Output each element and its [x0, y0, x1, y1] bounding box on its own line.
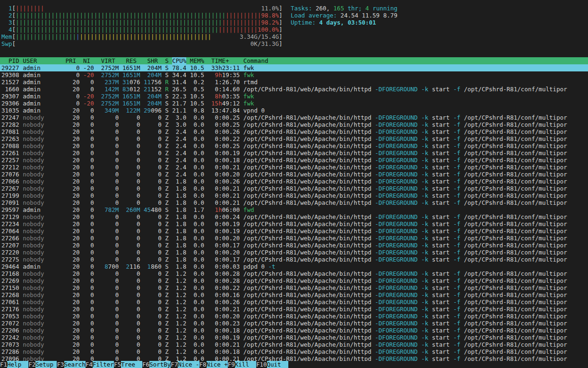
pid-cell: 27207 [1, 242, 19, 249]
swap-meter-label: Swp [1, 40, 12, 47]
fnkey-f4-filter[interactable]: F4Filter [86, 361, 114, 368]
pid-cell: 27268 [1, 291, 19, 298]
process-row-27168[interactable]: 27168 nobody 20 0 0 0 0 Z 1.2 0.0 0:00.2… [0, 270, 588, 277]
user-cell: nobody [19, 228, 55, 235]
process-row-27076[interactable]: 27076 nobody 20 0 0 0 0 Z 2.4 0.0 0:00.2… [0, 171, 588, 178]
process-row-27286[interactable]: 27286 nobody 20 0 0 0 0 Z 1.2 0.0 0:00.1… [0, 348, 588, 355]
pri-cell: 20 [55, 235, 80, 242]
uptime: Uptime: 4 days, 03:50:01 [289, 19, 398, 26]
fnkey-f6-sortby[interactable]: F6SortBy [142, 361, 171, 368]
state-cell: S [162, 93, 169, 100]
mem-percent-cell: 10.5 [186, 100, 204, 107]
fnkey-f9-kill[interactable]: F9Kill [228, 361, 256, 368]
process-row-27234[interactable]: 27234 nobody 20 0 0 0 0 Z 1.8 0.0 0:00.1… [0, 220, 588, 228]
process-row-29597[interactable]: 29597 admin 20 0 782M 260M 45480 S 1.8 1… [0, 206, 588, 213]
fnkey-f1-help[interactable]: F1Help [0, 361, 28, 368]
state-cell: Z [162, 291, 169, 298]
process-row-31035[interactable]: 31035 admin 20 0 349M 122M 29096 S 21.1 … [0, 107, 588, 114]
process-row-27212[interactable]: 27212 nobody 20 0 0 0 0 Z 2.4 0.0 0:00.2… [0, 164, 588, 171]
htop-terminal: 1[|||||||| 11.0%] 2[||||||||||||||||||||… [0, 0, 588, 368]
process-row-27282[interactable]: 27282 nobody 20 0 0 0 0 Z 3.0 0.0 0:00.2… [0, 121, 588, 128]
process-row-27081[interactable]: 27081 nobody 20 0 0 0 0 Z 2.4 0.0 0:00.2… [0, 128, 588, 135]
process-row-29306[interactable]: 29306 admin 0 -20 2752M 1651M 204M S 21.… [0, 100, 588, 107]
user-cell: nobody [19, 348, 55, 355]
process-row-27266[interactable]: 27266 nobody 20 0 0 0 0 Z 1.8 0.0 0:00.2… [0, 235, 588, 242]
fnkey-f10-quit[interactable]: F10Quit [256, 361, 288, 368]
nice-cell: 0 [80, 334, 94, 341]
mem-percent-cell: 0.0 [186, 327, 204, 334]
process-row-27247[interactable]: 27247 nobody 20 0 0 0 0 Z 3.0 0.0 0:00.2… [0, 114, 588, 121]
user-cell: nobody [19, 149, 55, 157]
mem-percent-cell: 1.7 [186, 206, 204, 213]
user-cell: admin [19, 71, 55, 79]
process-row-27242[interactable]: 27242 nobody 20 0 0 0 0 Z 1.2 0.0 0:00.1… [0, 334, 588, 341]
state-cell: Z [162, 114, 169, 121]
mem-percent-cell: 0.0 [186, 256, 204, 263]
pid-cell: 27269 [1, 277, 19, 284]
user-cell: nobody [19, 235, 55, 242]
state-cell: Z [162, 277, 169, 284]
pid-cell: 27234 [1, 220, 19, 228]
process-row-27206[interactable]: 27206 nobody 20 0 0 0 0 Z 1.2 0.0 0:00.1… [0, 327, 588, 334]
pid-cell: 27263 [1, 135, 19, 142]
process-table-header[interactable]: PID USER PRI NI VIRT RES SHR S CPU% MEM%… [0, 57, 588, 64]
pid-cell: 27168 [1, 270, 19, 277]
cpu-percent-cell: 31.4 [169, 79, 187, 86]
process-row-29464[interactable]: 29464 admin 20 0 8700 2116 1860 S 1.8 0.… [0, 263, 588, 270]
process-row-27129[interactable]: 27129 nobody 20 0 0 0 0 Z 1.8 0.0 0:00.2… [0, 213, 588, 220]
process-row-27207[interactable]: 27207 nobody 20 0 0 0 0 Z 1.8 0.0 0:00.1… [0, 242, 588, 249]
cpu-percent-cell: 1.2 [169, 298, 187, 306]
process-row-27091[interactable]: 27091 nobody 20 0 0 0 0 Z 1.8 0.0 0:00.2… [0, 199, 588, 206]
fnkey-f7-nice-[interactable]: F7Nice - [171, 361, 199, 368]
process-row-27176[interactable]: 27176 nobody 20 0 0 0 0 Z 1.2 0.0 0:00.2… [0, 306, 588, 313]
process-row-27088[interactable]: 27088 nobody 20 0 0 0 0 Z 2.4 0.0 0:00.2… [0, 142, 588, 149]
process-row-27199[interactable]: 27199 nobody 20 0 0 0 0 Z 1.8 0.0 0:00.2… [0, 192, 588, 199]
process-row-1660[interactable]: 1660 admin 20 0 142M 83012 21152 R 26.5 … [0, 86, 588, 93]
pri-cell: 0 [55, 71, 80, 79]
process-row-21527[interactable]: 21527 admin 20 0 237M 31076 11756 R 31.4… [0, 79, 588, 86]
process-row-27257[interactable]: 27257 nobody 20 0 0 0 0 Z 2.4 0.0 0:00.1… [0, 157, 588, 164]
process-command: fwk [243, 71, 254, 79]
pri-cell: 20 [55, 284, 80, 291]
sort-column-cpu[interactable]: CPU% [172, 57, 186, 64]
process-row-27072[interactable]: 27072 nobody 20 0 0 0 0 Z 1.2 0.0 0:00.2… [0, 320, 588, 327]
process-row-27269[interactable]: 27269 nobody 20 0 0 0 0 Z 1.2 0.0 0:00.2… [0, 277, 588, 284]
pri-cell: 20 [55, 341, 80, 348]
cpu-percent-cell: 1.2 [169, 320, 187, 327]
nice-cell: 0 [80, 192, 94, 199]
process-row-27053[interactable]: 27053 nobody 20 0 0 0 0 Z 1.2 0.0 0:00.2… [0, 313, 588, 320]
fnkey-f8-nice-[interactable]: F8Nice + [199, 361, 228, 368]
process-row-29307[interactable]: 29307 admin 0 -20 2752M 1651M 204M S 22.… [0, 93, 588, 100]
user-cell: nobody [19, 249, 55, 256]
nice-cell: 0 [80, 86, 94, 93]
pri-cell: 20 [55, 192, 80, 199]
pri-cell: 0 [55, 100, 80, 107]
pri-cell: 0 [55, 93, 80, 100]
process-row-27220[interactable]: 27220 nobody 20 0 0 0 0 Z 1.8 0.0 0:00.2… [0, 249, 588, 256]
fnkey-f2-setup[interactable]: F2Setup [28, 361, 57, 368]
process-row-27066[interactable]: 27066 nobody 20 0 0 0 0 Z 1.8 0.0 0:00.2… [0, 178, 588, 185]
process-row-27267[interactable]: 27267 nobody 20 0 0 0 0 Z 1.8 0.0 0:00.2… [0, 185, 588, 192]
process-row-29227[interactable]: 29227 admin 0 -20 2752M 1651M 204M S 78.… [0, 64, 588, 71]
pri-cell: 20 [55, 79, 80, 86]
state-cell: Z [162, 270, 169, 277]
process-row-27275[interactable]: 27275 nobody 20 0 0 0 0 Z 1.8 0.0 0:00.1… [0, 256, 588, 263]
state-cell: Z [162, 157, 169, 164]
fnkey-f5-tree[interactable]: F5Tree [114, 361, 142, 368]
process-row-27268[interactable]: 27268 nobody 20 0 0 0 0 Z 1.2 0.0 0:00.1… [0, 291, 588, 298]
fn-action-label: Setup [35, 361, 57, 368]
pid-cell: 31035 [1, 107, 19, 114]
nice-cell: 0 [80, 79, 94, 86]
process-row-29308[interactable]: 29308 admin 0 -20 2752M 1651M 204M S 34.… [0, 71, 588, 79]
fnkey-f3-search[interactable]: F3Search [57, 361, 85, 368]
pid-cell: 27176 [1, 306, 19, 313]
process-row-27261[interactable]: 27261 nobody 20 0 0 0 0 Z 2.4 0.0 0:00.1… [0, 149, 588, 157]
pid-cell: 27088 [1, 142, 19, 149]
pri-cell: 20 [55, 256, 80, 263]
process-row-27263[interactable]: 27263 nobody 20 0 0 0 0 Z 2.4 0.0 0:00.2… [0, 135, 588, 142]
process-row-27061[interactable]: 27061 nobody 20 0 0 0 0 Z 1.2 0.0 0:00.2… [0, 298, 588, 306]
process-row-27150[interactable]: 27150 nobody 20 0 0 0 0 Z 1.2 0.0 0:00.2… [0, 284, 588, 291]
process-row-27073[interactable]: 27073 nobody 20 0 0 0 0 Z 1.2 0.0 0:00.2… [0, 341, 588, 348]
user-cell: admin [19, 93, 55, 100]
process-row-27064[interactable]: 27064 nobody 20 0 0 0 0 Z 1.8 0.0 0:00.1… [0, 228, 588, 235]
